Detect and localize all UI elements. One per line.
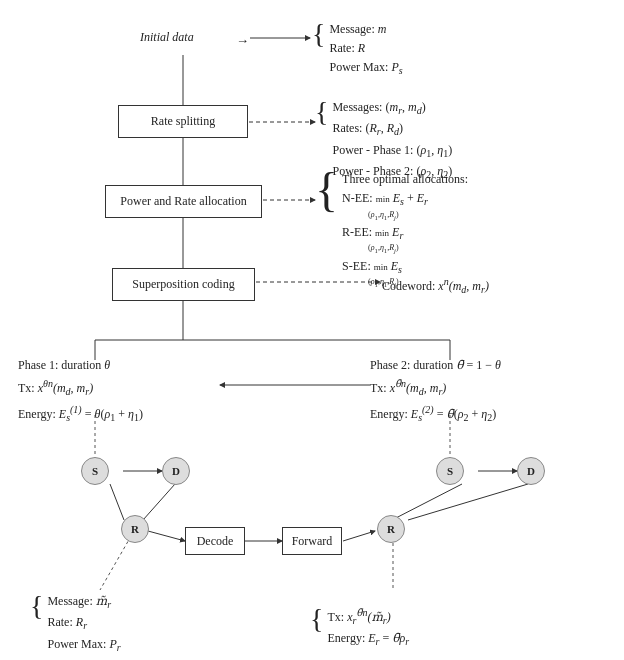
node-D2: D [517, 457, 545, 485]
svg-line-17 [148, 531, 185, 541]
phase2-tx: Tx: xθ̄n(md, mr) [370, 375, 501, 400]
pra-brace-content: Three optimal allocations: N-EE: min Es … [342, 170, 468, 290]
br-energy: Energy: Er = θ̄ρr [327, 629, 409, 650]
node-S2: S [436, 457, 464, 485]
superposition-box: Superposition coding [112, 268, 255, 301]
br-tx: Tx: xrθ̄n(m̃r) [327, 605, 409, 629]
bottom-right-brace-char: { [310, 605, 323, 633]
node-D1: D [162, 457, 190, 485]
forward-box: Forward [282, 527, 342, 555]
phase1-title: Phase 1: duration θ [18, 355, 143, 375]
phase1-energy: Energy: Es(1) = θ(ρ1 + η1) [18, 401, 143, 426]
power-rate-box: Power and Rate allocation [105, 185, 262, 218]
initial-rate: Rate: R [329, 39, 402, 58]
rs-messages: Messages: (mr, md) [332, 98, 452, 119]
pra-ree-sub: (ρ1,η1,Rj) [368, 242, 468, 256]
initial-brace-char: { [312, 20, 325, 48]
node-R2: R [377, 515, 405, 543]
initial-data-label: Initial data [140, 28, 194, 46]
pra-ree: R-EE: min Er [342, 223, 468, 244]
bottom-right-brace: { Tx: xrθ̄n(m̃r) Energy: Er = θ̄ρr [310, 605, 409, 651]
bottom-left-brace-char: { [30, 592, 43, 620]
diagram: Initial data → { Message: m Rate: R Powe… [0, 0, 624, 660]
superposition-label: Superposition coding [132, 277, 234, 292]
initial-arrow: → [236, 33, 249, 49]
rate-splitting-box: Rate splitting [118, 105, 248, 138]
initial-brace-content: Message: m Rate: R Power Max: Ps [329, 20, 402, 80]
pra-nee-sub: (ρ1,η1,Rj) [368, 209, 468, 223]
codeword-text: Codeword: xn(md, mr) [382, 274, 489, 297]
rs-brace-char: { [315, 98, 328, 126]
node-R1: R [121, 515, 149, 543]
node-S1: S [81, 457, 109, 485]
bottom-right-content: Tx: xrθ̄n(m̃r) Energy: Er = θ̄ρr [327, 605, 409, 651]
phase2-energy: Energy: Es(2) = θ̄(ρ2 + η2) [370, 401, 501, 426]
svg-line-15 [110, 484, 124, 520]
pra-nee: N-EE: min Es + Er [342, 189, 468, 210]
bottom-left-content: Message: m̃r Rate: Rr Power Max: Pr [47, 592, 120, 656]
phase1-tx: Tx: xθn(md, mr) [18, 375, 143, 400]
initial-message: Message: m [329, 20, 402, 39]
svg-line-22 [408, 484, 528, 520]
forward-label: Forward [292, 534, 333, 549]
svg-line-21 [392, 484, 462, 520]
bl-message: Message: m̃r [47, 592, 120, 613]
bottom-left-brace: { Message: m̃r Rate: Rr Power Max: Pr [30, 592, 121, 656]
decode-label: Decode [197, 534, 234, 549]
phase1-block: Phase 1: duration θ Tx: xθn(md, mr) Ener… [18, 355, 143, 426]
pra-title: Three optimal allocations: [342, 170, 468, 189]
rs-power1: Power - Phase 1: (ρ1, η1) [332, 141, 452, 162]
decode-box: Decode [185, 527, 245, 555]
pra-brace-char: { [315, 166, 338, 214]
rs-rates: Rates: (Rr, Rd) [332, 119, 452, 140]
arrows-svg [0, 0, 624, 660]
svg-line-19 [343, 531, 375, 541]
bl-rate: Rate: Rr [47, 613, 120, 634]
bl-power: Power Max: Pr [47, 635, 120, 656]
rate-splitting-label: Rate splitting [151, 114, 215, 129]
svg-line-16 [143, 484, 175, 520]
phase2-block: Phase 2: duration θ̄ = 1 − θ Tx: xθ̄n(md… [370, 355, 501, 426]
pra-brace-group: { Three optimal allocations: N-EE: min E… [315, 170, 468, 290]
phase2-title: Phase 2: duration θ̄ = 1 − θ [370, 355, 501, 375]
power-rate-label: Power and Rate allocation [120, 194, 246, 209]
initial-power: Power Max: Ps [329, 58, 402, 79]
initial-brace-group: { Message: m Rate: R Power Max: Ps [312, 20, 403, 80]
